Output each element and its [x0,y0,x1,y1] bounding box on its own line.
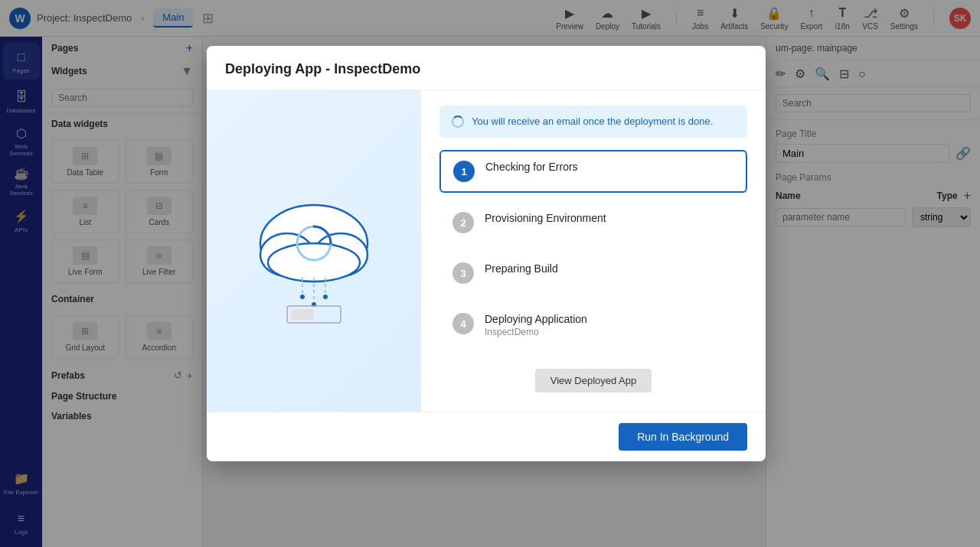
step-4-number: 4 [452,313,474,334]
step-1-number: 1 [453,161,475,182]
modal-header: Deploying App - InspectDemo [207,46,766,90]
modal-illustration [207,90,421,412]
svg-point-3 [268,243,360,282]
step-3-title: Preparing Build [485,262,734,275]
step-1: 1 Checking for Errors [439,150,747,193]
step-3-content: Preparing Build [485,262,734,275]
run-in-background-button[interactable]: Run In Background [619,423,747,451]
step-1-content: Checking for Errors [485,161,733,173]
step-3-number: 3 [452,262,474,284]
svg-point-10 [323,295,328,299]
svg-rect-12 [291,309,314,320]
deploy-illustration [245,174,383,327]
view-deployed-container: View Deployed App [439,363,747,392]
step-4-content: Deploying Application InspectDemo [485,313,734,337]
modal-steps: You will receive an email once the deplo… [421,90,766,412]
info-text: You will receive an email once the deplo… [472,115,713,129]
loading-spinner [452,116,464,128]
step-2-number: 2 [452,212,474,233]
step-4-subtitle: InspectDemo [485,327,734,337]
info-banner: You will receive an email once the deplo… [439,106,747,138]
modal-footer: Run In Background [207,412,766,461]
svg-point-8 [300,295,305,299]
modal-title: Deploying App - InspectDemo [225,61,420,77]
deploy-modal: Deploying App - InspectDemo [207,46,766,461]
step-3: 3 Preparing Build [439,252,747,294]
step-1-title: Checking for Errors [485,161,733,173]
step-2-content: Provisioning Environment [485,212,734,224]
modal-body: You will receive an email once the deplo… [207,90,766,412]
step-2: 2 Provisioning Environment [439,202,747,243]
step-4-title: Deploying Application [485,313,734,325]
step-4: 4 Deploying Application InspectDemo [439,303,747,347]
step-2-title: Provisioning Environment [485,212,734,224]
view-deployed-button[interactable]: View Deployed App [535,369,652,392]
